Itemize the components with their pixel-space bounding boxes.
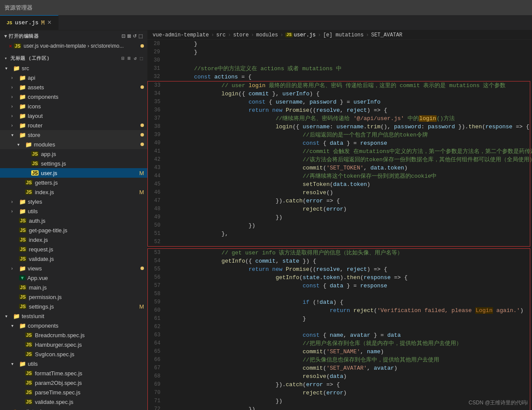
tree-settings-js-root[interactable]: › JS settings.js M (0, 302, 147, 311)
line-number: 34 (148, 90, 167, 98)
file-label: user.js (41, 170, 57, 176)
tree-modules[interactable]: ▾ 📁 modules (0, 140, 147, 149)
folder-arrow: › (11, 94, 17, 99)
line-number: 57 (148, 282, 167, 290)
tree-breadcrumb-spec[interactable]: › JS Breadcrumb.spec.js (0, 330, 147, 340)
folder-label: components (28, 94, 59, 100)
tree-validate-js[interactable]: › JS validate.js (0, 254, 147, 264)
tab-close-button[interactable]: × (47, 19, 52, 27)
js-file-icon: JS (25, 351, 33, 357)
file-label: auth.js (29, 218, 45, 224)
workbench-title: ▾ 无标题 (工作区) (4, 55, 50, 62)
line-content: login({ commit }, userInfo) { (167, 90, 530, 98)
line-number: 63 (148, 331, 167, 339)
folder-label: api (28, 75, 35, 81)
workbench-icons[interactable]: ⊡ ⊠ ↺ ⬚ (121, 55, 143, 61)
tree-main-js[interactable]: › JS main.js (0, 283, 147, 292)
code-line-52: 52 (148, 238, 530, 246)
tree-assets[interactable]: › 📁 assets (0, 82, 147, 92)
tree-store[interactable]: ▾ 📁 store (0, 130, 147, 140)
tree-getters-js[interactable]: › JS getters.js (0, 178, 147, 187)
tab-bar: JS user.js M × (0, 15, 532, 30)
js-file-icon: JS (19, 247, 26, 252)
tree-icons[interactable]: › 📁 icons (0, 101, 147, 111)
tree-index-js-store[interactable]: › JS index.js M (0, 187, 147, 197)
line-content: if (!data) { (167, 298, 530, 306)
folder-arrow: ▾ (5, 314, 11, 319)
tree-auth-js[interactable]: › JS auth.js (0, 216, 147, 225)
tree-validate-spec[interactable]: › JS validate.spec.js (0, 397, 147, 407)
tree-permission-js[interactable]: › JS permission.js (0, 292, 147, 302)
tree-tests-unit[interactable]: ▾ 📁 tests\unit (0, 311, 147, 321)
tree-api[interactable]: › 📁 api (0, 73, 147, 82)
tree-app-vue[interactable]: › ▼ App.vue (0, 273, 147, 283)
tree-tests-components[interactable]: ▾ 📁 components (0, 321, 147, 330)
breadcrumb-item-3[interactable]: store (233, 32, 249, 38)
tree-eslintrc[interactable]: › ⚙ .eslintrc.js (0, 407, 147, 410)
code-line-48: 48 reject(error) (148, 205, 530, 213)
breadcrumb-item-5[interactable]: user.js (294, 32, 316, 38)
folder-icon: 📁 (19, 198, 26, 205)
open-editor-label: user.js vue-admin-template › src\store\m… (23, 43, 124, 49)
line-content (167, 238, 530, 246)
tree-styles[interactable]: › 📁 styles (0, 197, 147, 206)
tree-get-page-title[interactable]: › JS get-page-title.js (0, 225, 147, 235)
breadcrumb-item-7[interactable]: SET_AVATAR (371, 32, 402, 38)
breadcrumb-sep: › (251, 32, 254, 38)
tree-utils-tests[interactable]: ▾ 📁 utils (0, 359, 147, 368)
tree-formattime-spec[interactable]: › JS formatTime.spec.js (0, 368, 147, 378)
line-number: 35 (148, 98, 167, 106)
workbench-label[interactable]: ▾ 无标题 (工作区) ⊡ ⊠ ↺ ⬚ (0, 52, 147, 63)
code-line-68: 68 resolve(data) (148, 372, 530, 381)
tree-utils[interactable]: › 📁 utils (0, 206, 147, 216)
tab-user-js[interactable]: JS user.js M × (0, 15, 59, 30)
js-file-icon: JS (25, 189, 33, 195)
tree-settings-js-modules[interactable]: › JS settings.js (0, 159, 147, 168)
tree-layout[interactable]: › 📁 layout (0, 111, 147, 120)
open-editors-title: ▾ 打开的编辑器 (4, 33, 39, 39)
tree-app-js[interactable]: › JS app.js (0, 149, 147, 159)
tree-components[interactable]: › 📁 components (0, 92, 147, 101)
code-line-61: 61 } (148, 315, 530, 323)
breadcrumb-item-1[interactable]: vue-admin-template (153, 32, 209, 38)
code-line-69: 69 }).catch(error => { (148, 381, 530, 389)
breadcrumb-item-4[interactable]: modules (256, 32, 278, 38)
tree-svgicon-spec[interactable]: › JS SvgIcon.spec.js (0, 349, 147, 359)
js-file-icon: JS (14, 43, 21, 49)
tree-parsetime-spec[interactable]: › JS parseTime.spec.js (0, 387, 147, 397)
tree-hamburger-spec[interactable]: › JS Hamburger.spec.js (0, 340, 147, 349)
code-line-45: 45 setToken(data.token) (148, 180, 530, 189)
js-file-icon: JS (25, 390, 33, 395)
tree-index-js-src[interactable]: › JS index.js (0, 235, 147, 244)
folder-icon: 📁 (19, 322, 26, 329)
line-number: 61 (148, 315, 167, 323)
code-line-57: 57 const { data } = response (148, 282, 530, 290)
open-editor-user-js[interactable]: ✕ JS user.js vue-admin-template › src\st… (0, 41, 147, 51)
tree-views[interactable]: › 📁 views (0, 264, 147, 273)
tree-param2obj-spec[interactable]: › JS param2Obj.spec.js (0, 378, 147, 387)
js-file-icon: JS (19, 218, 26, 223)
js-file-icon: JS (19, 237, 26, 242)
file-label: parseTime.spec.js (35, 389, 80, 396)
line-number: 45 (148, 180, 167, 189)
folder-icon: 📁 (19, 361, 26, 367)
tree-request-js[interactable]: › JS request.js (0, 244, 147, 254)
code-container[interactable]: 28 } 29 } 30 31 //store中的方法定义在 actions 或… (147, 40, 532, 410)
line-content: commit('SET_TOKEN', data.token) (167, 164, 530, 172)
folder-label: tests\unit (22, 313, 44, 319)
title-bar: 资源管理器 (0, 0, 532, 15)
open-editors-icons[interactable]: ⊡ ⊠ ↺ ⬚ (121, 33, 143, 39)
breadcrumb-item-6[interactable]: [e] mutations (323, 32, 364, 38)
tree-src[interactable]: ▾ 📁 src (0, 63, 147, 73)
line-number: 62 (148, 323, 167, 331)
js-file-icon: JS (19, 285, 26, 290)
line-content: login({ username: username.trim(), passw… (167, 123, 532, 131)
code-line-50: 50 }) (148, 221, 530, 230)
folder-label: layout (28, 113, 43, 119)
tree-user-js[interactable]: › JS user.js M (0, 168, 147, 178)
vue-file-icon: ▼ (19, 275, 26, 280)
file-label: getters.js (35, 179, 58, 186)
breadcrumb-item-2[interactable]: src (216, 32, 226, 38)
tree-router[interactable]: › 📁 router (0, 120, 147, 130)
modified-dot (140, 267, 144, 270)
